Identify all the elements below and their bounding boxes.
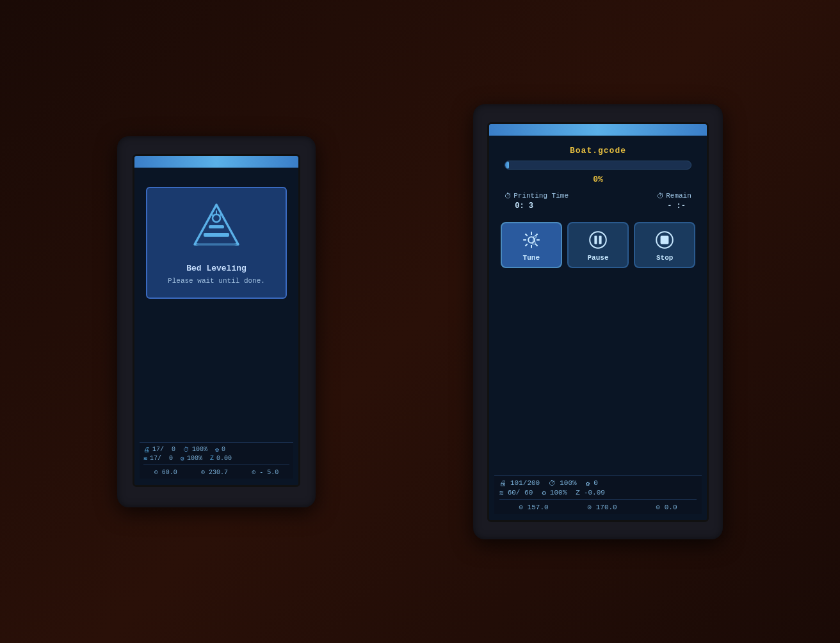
print-content: Boat.gcode 0% ⏱ Printing Time 0: 3 [494,142,702,475]
bed-leveling-content: Bed Leveling Please wait until done. [140,174,293,442]
right-printer-device: Boat.gcode 0% ⏱ Printing Time 0: 3 [473,104,723,539]
right-status-row-2: ≋ 60/ 60 ⚙ 100% Z -0.09 [499,489,697,497]
right-speed: 100% [560,479,576,487]
time-section: ⏱ Printing Time 0: 3 ⏱ Remain - :- [505,192,691,210]
right-status-row-1: 🖨 101/200 ⏱ 100% ✿ 0 [499,479,697,488]
remain-time-block: ⏱ Remain - :- [657,192,691,210]
pause-button[interactable]: Pause [567,222,629,268]
left-z-icon: Z [210,455,214,462]
left-fan: 0 [222,446,225,453]
svg-point-7 [196,242,237,247]
left-status-row-1: 🖨 17/ 0 ⏱ 100% ✿ 0 [143,446,289,454]
right-temp1: ⊙ 157.0 [519,503,548,511]
left-flow: 100% [187,455,202,462]
clock-icon-1: ⏱ [505,192,512,200]
svg-rect-21 [661,235,669,244]
right-status-bar: 🖨 101/200 ⏱ 100% ✿ 0 ≋ 60/ 60 ⚙ 100% Z -… [494,475,702,514]
right-fan-icon: ✿ [586,479,590,488]
bed-leveling-text: Bed Leveling Please wait until done. [168,264,265,285]
stop-icon [654,230,675,250]
left-flow-icon: ⚙ [181,455,184,463]
progress-bar-container [505,161,691,170]
left-screen: Bed Leveling Please wait until done. 🖨 1… [133,154,300,487]
progress-percent: 0% [593,175,603,184]
right-screen-header [489,124,707,136]
right-z: -0.09 [584,489,605,496]
right-flow-icon: ⚙ [542,489,546,497]
left-z: 0.00 [216,455,232,462]
svg-point-17 [590,232,606,248]
svg-rect-18 [594,235,597,244]
remain-label: ⏱ Remain [657,192,691,200]
progress-bar-fill [505,161,509,169]
left-bed-temp: 17/ 0 [152,446,175,453]
right-hotend-icon: ≋ [499,489,504,497]
right-screen-body: Boat.gcode 0% ⏱ Printing Time 0: 3 [489,136,707,520]
svg-line-16 [525,244,527,246]
left-status-bottom: ⊙ 60.0 ⊙ 230.7 ⊙ - 5.0 [143,467,289,476]
right-temp3: ⊙ 0.0 [656,503,677,511]
left-fan-icon: ✿ [215,446,219,454]
svg-rect-2 [209,225,224,228]
bed-temp-icon: 🖨 [143,446,150,454]
right-bed-icon: 🖨 [499,479,506,488]
printing-time-label: ⏱ Printing Time [505,192,569,200]
clock-icon-2: ⏱ [657,192,664,200]
right-z-icon: Z [576,489,580,496]
right-speed-icon: ⏱ [549,479,556,488]
left-status-row-2: ≋ 17/ 0 ⚙ 100% Z 0.00 [143,455,289,463]
message-box: Bed Leveling Please wait until done. [146,187,287,299]
scene: Bed Leveling Please wait until done. 🖨 1… [0,0,840,643]
left-status-divider [143,464,289,465]
left-temp3: ⊙ - 5.0 [252,468,279,476]
right-fan: 0 [594,479,598,487]
printing-time-value: 0: 3 [515,202,533,210]
left-printer-device: Bed Leveling Please wait until done. 🖨 1… [117,136,316,507]
filename: Boat.gcode [570,146,626,155]
bed-leveling-subtitle: Please wait until done. [168,277,265,285]
svg-rect-1 [204,233,229,237]
bed-level-icon [191,201,242,252]
right-status-divider [499,499,697,500]
stop-label: Stop [656,254,673,262]
left-hotend-temp: 17/ 0 [150,455,173,462]
stop-button[interactable]: Stop [634,222,695,268]
pause-label: Pause [587,254,608,262]
tune-label: Tune [523,254,540,262]
svg-rect-19 [599,235,602,244]
right-status-bottom: ⊙ 157.0 ⊙ 170.0 ⊙ 0.0 [499,502,697,511]
left-screen-body: Bed Leveling Please wait until done. 🖨 1… [134,168,298,485]
right-flow: 100% [550,489,567,496]
left-status-bar: 🖨 17/ 0 ⏱ 100% ✿ 0 ≋ 17/ 0 ⚙ 100% Z 0.00 [140,442,293,479]
left-temp1: ⊙ 60.0 [154,468,177,476]
printing-time-block: ⏱ Printing Time 0: 3 [505,192,569,210]
pause-icon [588,230,608,250]
tune-icon [521,230,542,250]
left-temp2: ⊙ 230.7 [201,468,228,476]
bed-leveling-title: Bed Leveling [168,264,265,273]
remain-value: - :- [667,202,686,210]
svg-line-13 [525,234,527,235]
left-speed-icon: ⏱ [183,446,190,454]
right-bed-temp: 101/200 [510,479,540,487]
right-hotend-temp: 60/ 60 [508,489,533,496]
left-speed: 100% [192,446,207,453]
tune-button[interactable]: Tune [501,222,562,268]
action-buttons-row: Tune Pause [501,222,696,268]
left-screen-header [134,156,298,168]
right-screen: Boat.gcode 0% ⏱ Printing Time 0: 3 [487,122,709,522]
left-hotend-icon: ≋ [143,455,147,463]
right-temp2: ⊙ 170.0 [587,503,617,511]
